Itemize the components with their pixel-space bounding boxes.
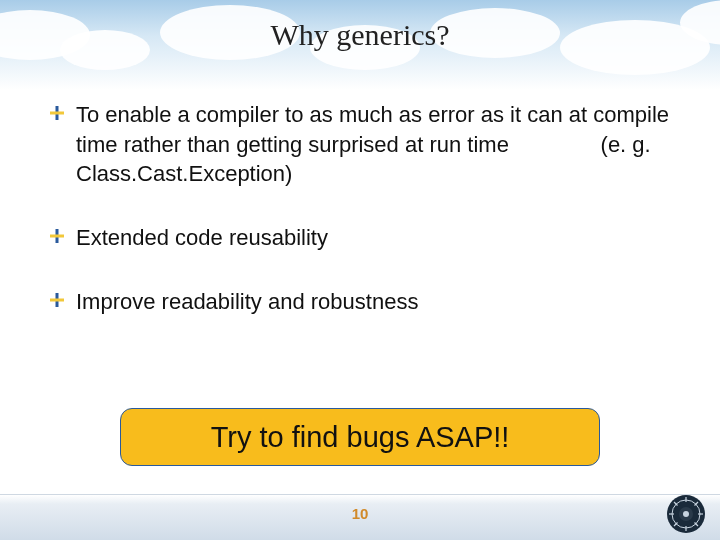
callout-box: Try to find bugs ASAP!!	[120, 408, 600, 466]
svg-rect-1	[50, 112, 64, 115]
list-item: To enable a compiler to as much as error…	[50, 100, 670, 189]
page-number: 10	[0, 505, 720, 522]
slide-title: Why generics?	[0, 18, 720, 52]
bullet-icon	[50, 229, 64, 243]
svg-rect-3	[50, 235, 64, 238]
list-item: Extended code reusability	[50, 223, 670, 253]
bullet-icon	[50, 106, 64, 120]
bullet-text: To enable a compiler to as much as error…	[76, 102, 669, 186]
institution-logo-icon	[666, 494, 706, 534]
svg-rect-5	[50, 298, 64, 301]
callout-text: Try to find bugs ASAP!!	[211, 421, 510, 454]
content-area: To enable a compiler to as much as error…	[50, 100, 670, 350]
bullet-text: Extended code reusability	[76, 225, 328, 250]
svg-point-17	[683, 511, 689, 517]
bullet-text: Improve readability and robustness	[76, 289, 418, 314]
bullet-icon	[50, 293, 64, 307]
list-item: Improve readability and robustness	[50, 287, 670, 317]
